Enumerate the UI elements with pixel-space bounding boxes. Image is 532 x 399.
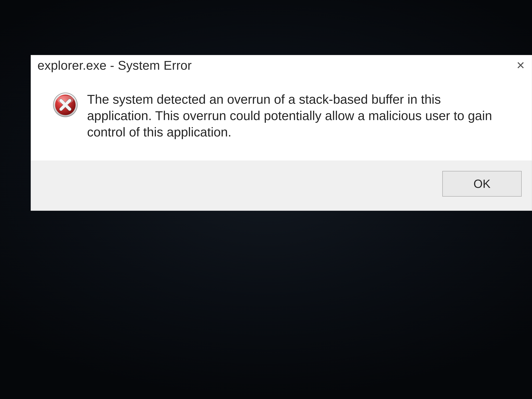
dialog-title: explorer.exe - System Error [38,58,192,73]
system-error-dialog: explorer.exe - System Error [31,55,532,211]
ok-button[interactable]: OK [442,171,522,196]
close-button[interactable] [513,59,528,72]
dialog-actions: OK [31,161,532,211]
error-x-icon [53,92,78,118]
dialog-titlebar: explorer.exe - System Error [31,55,532,76]
error-message: The system detected an overrun of a stac… [87,91,503,140]
screen: explorer.exe - System Error [0,0,532,399]
close-icon [517,61,525,70]
dialog-content: The system detected an overrun of a stac… [31,76,532,161]
